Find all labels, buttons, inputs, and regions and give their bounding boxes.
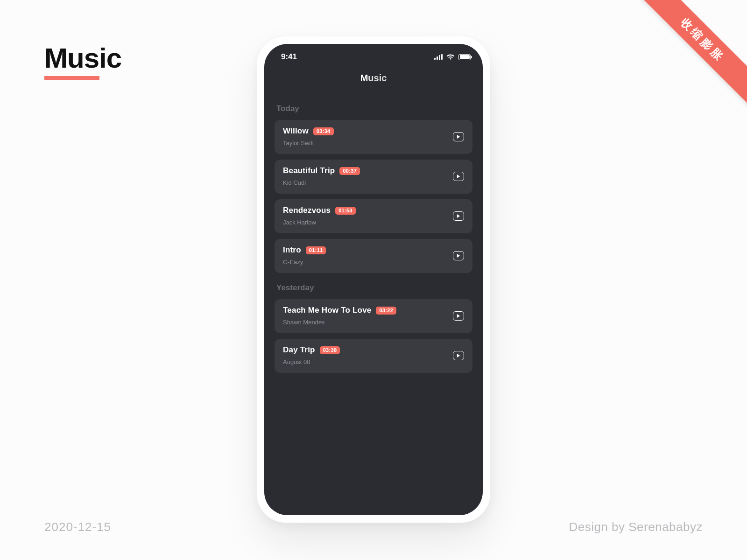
track-title: Day Trip (283, 345, 315, 355)
corner-ribbon: 收缩膨胀 (626, 0, 747, 121)
phone-frame: 9:41 Music Today Willow 03:34 (257, 36, 490, 523)
status-bar: 9:41 (264, 44, 483, 70)
track-duration-badge: 01:53 (335, 207, 356, 215)
play-button[interactable] (453, 211, 464, 221)
play-button[interactable] (453, 351, 464, 360)
track-row[interactable]: Rendezvous 01:53 Jack Harlow (275, 199, 472, 233)
track-title: Intro (283, 245, 301, 255)
footer-date: 2020-12-15 (44, 520, 111, 534)
track-title: Willow (283, 126, 309, 136)
track-duration-badge: 03:22 (376, 307, 396, 315)
phone-screen: 9:41 Music Today Willow 03:34 (264, 44, 483, 515)
logo-underline (44, 76, 99, 80)
app-title-lead: M (360, 73, 368, 83)
track-row[interactable]: Beautiful Trip 00:37 Kid Cudi (275, 160, 472, 194)
music-list: Today Willow 03:34 Taylor Swift Beautifu… (264, 84, 483, 373)
track-duration-badge: 03:34 (313, 127, 334, 135)
play-icon (457, 175, 460, 178)
page-title: Music (44, 42, 121, 74)
track-duration-badge: 00:37 (339, 167, 360, 175)
track-title: Beautiful Trip (283, 166, 335, 175)
play-button[interactable] (453, 251, 464, 260)
ribbon-label: 收缩膨胀 (631, 0, 747, 112)
track-title: Rendezvous (283, 206, 331, 215)
section-heading-today: Today (276, 104, 471, 113)
track-artist: Kid Cudi (283, 179, 360, 186)
track-row[interactable]: Intro 01:11 G-Eazy (275, 239, 472, 273)
track-artist: Taylor Swift (283, 140, 334, 147)
track-artist: August 08 (283, 358, 340, 365)
play-icon (457, 354, 460, 357)
track-title: Teach Me How To Love (283, 306, 371, 315)
cellular-icon (434, 54, 443, 60)
footer-credit: Design by Serenababyz (569, 520, 703, 534)
app-header-title: Music (264, 73, 483, 84)
play-button[interactable] (453, 172, 464, 181)
track-row[interactable]: Day Trip 03:38 August 08 (275, 339, 472, 373)
track-row[interactable]: Teach Me How To Love 03:22 Shawn Mendes (275, 299, 472, 333)
status-icons (434, 54, 471, 60)
page-logo: Music (44, 42, 121, 80)
play-icon (457, 314, 460, 318)
wifi-icon (446, 54, 455, 60)
track-artist: Jack Harlow (283, 219, 356, 226)
track-artist: Shawn Mendes (283, 319, 396, 326)
section-heading-yesterday: Yesterday (276, 283, 471, 293)
battery-icon (458, 54, 471, 60)
track-duration-badge: 01:11 (306, 246, 326, 254)
play-icon (457, 214, 460, 218)
play-button[interactable] (453, 311, 464, 321)
track-duration-badge: 03:38 (320, 346, 340, 354)
status-time: 9:41 (281, 52, 297, 62)
track-row[interactable]: Willow 03:34 Taylor Swift (275, 120, 472, 154)
play-icon (457, 135, 460, 139)
app-title-rest: usic (368, 73, 387, 83)
track-artist: G-Eazy (283, 259, 326, 266)
play-button[interactable] (453, 132, 464, 141)
play-icon (457, 254, 460, 258)
